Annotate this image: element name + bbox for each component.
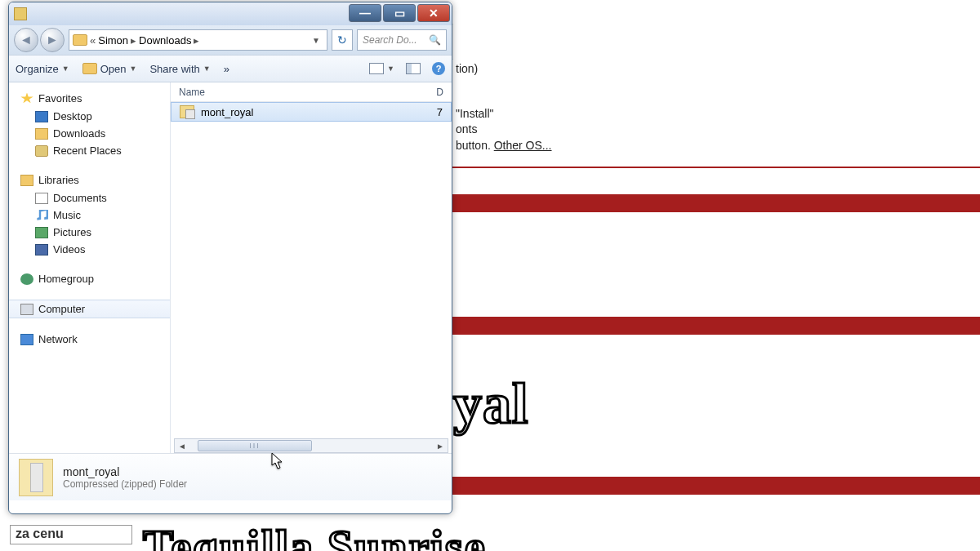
col-name[interactable]: Name — [179, 87, 436, 98]
star-icon — [20, 93, 33, 104]
zip-thumbnail-icon — [19, 459, 53, 496]
chevron-down-icon: ▼ — [129, 64, 136, 73]
view-button[interactable]: ▼ — [369, 63, 394, 74]
details-pane: mont_royal Compressed (zipped) Folder — [9, 453, 452, 500]
breadcrumb-simon[interactable]: Simon — [98, 34, 128, 47]
open-button[interactable]: Open ▼ — [82, 63, 137, 75]
address-bar[interactable]: « Simon ▸ Downloads ▸ ▼ — [69, 29, 327, 51]
file-col-d: 7 — [437, 106, 443, 118]
file-list[interactable]: Name D mont_royal 7 ◄ III ► — [171, 82, 452, 453]
computer-icon — [20, 304, 33, 315]
view-icon — [369, 63, 384, 74]
file-name: mont_royal — [201, 106, 437, 118]
preview-pane-button[interactable] — [406, 63, 421, 74]
chevron-down-icon: ▼ — [387, 64, 394, 73]
font-preview-2: Tequilla Sunrise — [143, 521, 487, 551]
chevron-down-icon: ▼ — [203, 64, 211, 73]
details-type: Compressed (zipped) Folder — [63, 478, 187, 490]
bg-text-tion: tion) — [456, 62, 478, 75]
search-placeholder: Search Do... — [363, 34, 417, 46]
font-preview-1: yal — [453, 371, 528, 437]
help-button[interactable]: ? — [432, 62, 445, 75]
search-input[interactable]: Search Do... 🔍 — [357, 29, 447, 51]
back-button[interactable]: ◄ — [14, 28, 38, 52]
chevron-down-icon: ▼ — [62, 64, 69, 73]
details-name: mont_royal — [63, 465, 187, 478]
scroll-left-button[interactable]: ◄ — [175, 439, 189, 452]
other-os-link[interactable]: Other OS... — [494, 139, 552, 152]
list-header[interactable]: Name D — [171, 82, 452, 102]
network-icon — [20, 334, 33, 345]
refresh-button[interactable]: ↻ — [332, 29, 353, 51]
zip-folder-icon — [180, 105, 194, 118]
homegroup-icon — [20, 273, 33, 285]
explorer-window: — ▭ ✕ ◄ ► « Simon ▸ Downloads ▸ ▼ ↻ Sear… — [8, 2, 452, 514]
organize-button[interactable]: Organize ▼ — [16, 63, 69, 75]
pictures-icon — [35, 227, 48, 238]
nav-desktop[interactable]: Desktop — [9, 108, 170, 125]
videos-icon — [35, 244, 48, 256]
recent-icon — [35, 145, 48, 157]
libraries-icon — [20, 175, 33, 186]
breadcrumb-downloads[interactable]: Downloads — [139, 34, 191, 47]
bg-text-button: button. Other OS... — [456, 139, 552, 152]
nav-recent-places[interactable]: Recent Places — [9, 142, 170, 159]
maximize-button[interactable]: ▭ — [383, 4, 416, 22]
bg-text-install: "Install" — [456, 107, 494, 120]
close-button[interactable]: ✕ — [417, 4, 450, 22]
forward-button[interactable]: ► — [40, 28, 65, 52]
address-dropdown[interactable]: ▼ — [309, 36, 323, 45]
desktop-icon — [35, 111, 48, 122]
list-item[interactable]: mont_royal 7 — [171, 102, 452, 122]
titlebar[interactable]: — ▭ ✕ — [9, 2, 452, 25]
folder-open-icon — [82, 63, 97, 74]
share-with-button[interactable]: Share with ▼ — [149, 63, 210, 75]
minimize-button[interactable]: — — [349, 4, 381, 22]
bg-text-onts: onts — [456, 122, 477, 136]
nav-libraries[interactable]: Libraries — [9, 171, 170, 189]
folder-icon — [73, 34, 87, 46]
nav-favorites[interactable]: Favorites — [9, 89, 170, 108]
documents-icon — [35, 193, 48, 204]
nav-network[interactable]: Network — [9, 330, 170, 349]
nav-row: ◄ ► « Simon ▸ Downloads ▸ ▼ ↻ Search Do.… — [9, 25, 452, 55]
downloads-icon — [35, 128, 48, 140]
scroll-right-button[interactable]: ► — [433, 439, 448, 452]
scroll-track[interactable]: III — [189, 439, 433, 452]
nav-homegroup[interactable]: Homegroup — [9, 269, 170, 288]
search-icon: 🔍 — [429, 34, 441, 46]
toolbar-overflow[interactable]: » — [224, 63, 229, 75]
nav-videos[interactable]: Videos — [9, 241, 170, 258]
toolbar: Organize ▼ Open ▼ Share with ▼ » ▼ ? — [9, 55, 452, 82]
nav-pictures[interactable]: Pictures — [9, 224, 170, 241]
chevron-right-icon: ▸ — [131, 34, 136, 47]
nav-pane: Favorites Desktop Downloads Recent Place… — [9, 82, 171, 453]
music-icon — [35, 210, 48, 221]
chevron-right-icon: ▸ — [194, 34, 199, 47]
nav-music[interactable]: Music — [9, 207, 170, 224]
ad-box[interactable]: za cenu — [10, 525, 132, 544]
breadcrumb-prefix: « — [90, 34, 96, 47]
horizontal-scrollbar[interactable]: ◄ III ► — [174, 438, 448, 453]
scroll-thumb[interactable]: III — [198, 440, 312, 451]
nav-documents[interactable]: Documents — [9, 189, 170, 207]
nav-downloads[interactable]: Downloads — [9, 125, 170, 142]
col-d[interactable]: D — [436, 87, 443, 98]
window-icon — [14, 7, 27, 20]
nav-computer[interactable]: Computer — [9, 300, 170, 318]
